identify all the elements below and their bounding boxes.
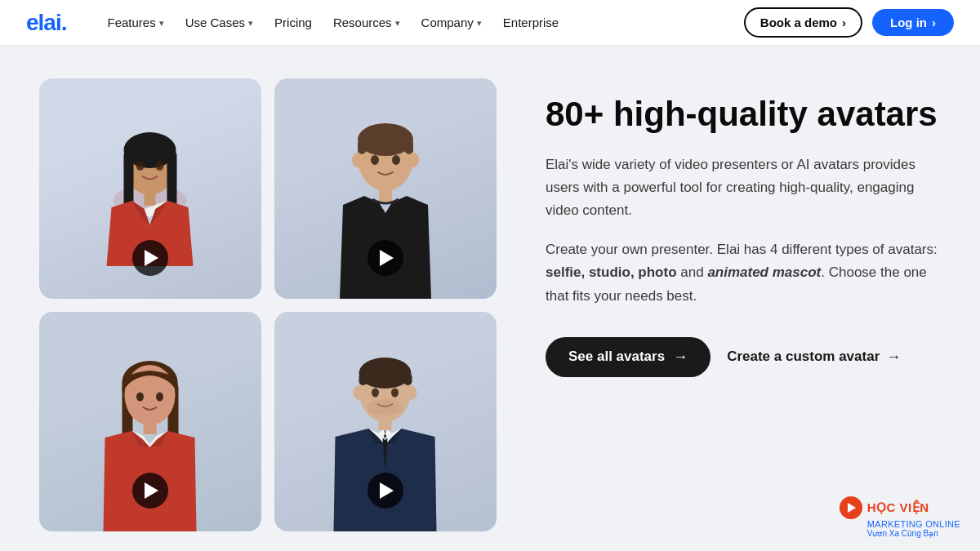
- svg-point-29: [406, 385, 417, 400]
- play-icon: [145, 250, 158, 266]
- avatar-card-1: [39, 78, 261, 299]
- see-all-avatars-button[interactable]: See all avatars →: [546, 337, 710, 377]
- watermark-logo: HỌC VIỆN: [840, 496, 929, 519]
- hero-para-2: Create your own presenter. Elai has 4 di…: [546, 238, 941, 307]
- arrow-right-icon: →: [673, 349, 688, 366]
- svg-point-15: [408, 153, 419, 167]
- svg-rect-16: [379, 187, 392, 202]
- nav-features[interactable]: Features ▾: [99, 11, 172, 34]
- play-triangle-icon: [848, 503, 856, 513]
- svg-point-12: [371, 155, 379, 165]
- play-button-2[interactable]: [368, 240, 403, 276]
- book-demo-button[interactable]: Book a demo ›: [744, 7, 862, 38]
- logo-dot: .: [61, 10, 67, 35]
- nav-company[interactable]: Company ▾: [413, 11, 490, 34]
- svg-point-6: [156, 161, 164, 171]
- avatar-grid: [39, 78, 497, 531]
- nav-right: Book a demo › Log in ›: [744, 7, 954, 38]
- svg-point-22: [156, 393, 163, 402]
- svg-point-30: [372, 389, 379, 398]
- logo-text: elai: [26, 10, 61, 35]
- svg-rect-27: [404, 373, 412, 385]
- svg-point-28: [354, 385, 365, 400]
- nav-pricing[interactable]: Pricing: [266, 11, 320, 34]
- play-icon: [380, 482, 394, 499]
- svg-point-9: [358, 123, 413, 156]
- svg-rect-10: [358, 140, 366, 154]
- avatar-card-4: [274, 312, 497, 532]
- create-custom-avatar-link[interactable]: Create a custom avatar →: [727, 349, 901, 366]
- svg-rect-11: [405, 140, 413, 154]
- chevron-down-icon: ▾: [159, 18, 164, 29]
- chevron-down-icon: ▾: [477, 18, 482, 29]
- arrow-right-icon: ›: [842, 16, 846, 29]
- play-button-4[interactable]: [368, 473, 403, 509]
- svg-point-5: [136, 161, 145, 171]
- watermark-subtitle: MARKETING ONLINE: [867, 519, 960, 529]
- cta-row: See all avatars → Create a custom avatar…: [546, 337, 941, 377]
- avatar-card-2: [274, 78, 497, 299]
- nav-enterprise[interactable]: Enterprise: [495, 11, 567, 34]
- watermark-play-icon: [840, 496, 862, 519]
- svg-rect-33: [379, 417, 392, 430]
- nav-use-cases[interactable]: Use Cases ▾: [177, 11, 261, 34]
- nav-resources[interactable]: Resources ▾: [325, 11, 408, 34]
- play-icon: [145, 482, 158, 499]
- arrow-right-icon: →: [886, 349, 901, 366]
- navbar: elai. Features ▾ Use Cases ▾ Pricing Res…: [0, 0, 980, 46]
- svg-point-31: [391, 389, 399, 398]
- svg-point-13: [392, 155, 400, 165]
- hero-title: 80+ high-quality avatars: [546, 95, 941, 134]
- arrow-right-icon: ›: [932, 16, 936, 29]
- svg-rect-7: [145, 191, 156, 206]
- login-button[interactable]: Log in ›: [872, 9, 954, 36]
- play-button-1[interactable]: [132, 240, 168, 276]
- svg-point-14: [352, 153, 363, 167]
- watermark-tagline: Vươn Xa Cùng Bạn: [867, 529, 938, 538]
- svg-rect-26: [359, 373, 368, 385]
- chevron-down-icon: ▾: [248, 18, 253, 29]
- play-icon: [380, 250, 394, 266]
- avatar-card-3: [39, 312, 261, 532]
- hero-content: 80+ high-quality avatars Elai's wide var…: [529, 78, 941, 377]
- hero-para-1: Elai's wide variety of video presenters …: [546, 153, 941, 222]
- svg-point-25: [359, 358, 412, 389]
- site-logo[interactable]: elai.: [26, 10, 66, 36]
- main-section: 80+ high-quality avatars Elai's wide var…: [0, 46, 980, 551]
- svg-point-21: [136, 393, 144, 402]
- svg-point-32: [368, 399, 403, 415]
- play-button-3[interactable]: [132, 473, 168, 509]
- nav-links: Features ▾ Use Cases ▾ Pricing Resources…: [99, 11, 743, 34]
- svg-rect-23: [144, 421, 157, 434]
- chevron-down-icon: ▾: [395, 18, 400, 29]
- watermark-badge: HỌC VIỆN MARKETING ONLINE Vươn Xa Cùng B…: [840, 496, 960, 538]
